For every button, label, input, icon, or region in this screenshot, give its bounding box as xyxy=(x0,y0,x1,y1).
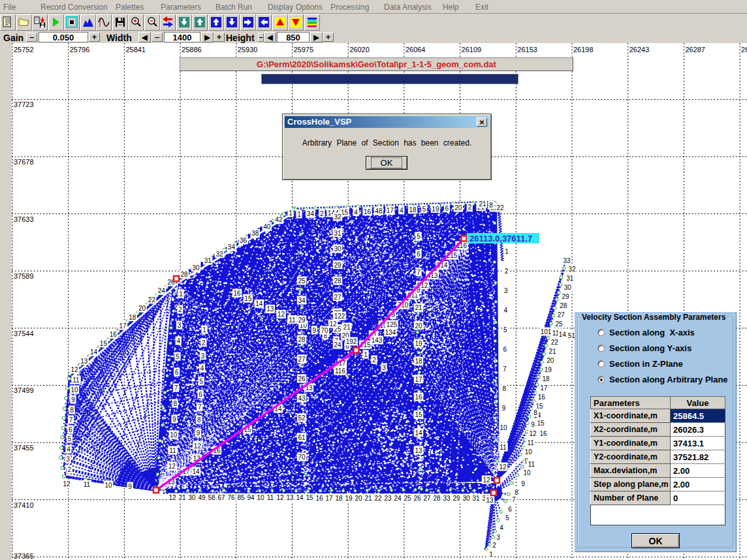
svg-text:17: 17 xyxy=(387,207,394,214)
svg-text:11: 11 xyxy=(528,439,535,446)
svg-text:3: 3 xyxy=(382,364,386,371)
svg-text:21: 21 xyxy=(479,200,486,208)
svg-text:16: 16 xyxy=(315,495,323,502)
svg-text:6: 6 xyxy=(417,251,421,258)
svg-text:7: 7 xyxy=(503,366,507,373)
svg-text:24: 24 xyxy=(394,495,402,502)
svg-text:7: 7 xyxy=(69,416,73,424)
svg-text:16: 16 xyxy=(539,430,547,437)
svg-text:5: 5 xyxy=(68,435,72,443)
svg-text:1: 1 xyxy=(364,351,368,358)
svg-text:18: 18 xyxy=(335,495,343,502)
svg-text:30: 30 xyxy=(188,494,196,501)
svg-text:11: 11 xyxy=(528,461,535,468)
svg-text:21: 21 xyxy=(178,494,186,501)
svg-text:48: 48 xyxy=(375,208,383,215)
svg-text:52: 52 xyxy=(298,414,306,422)
svg-text:6: 6 xyxy=(199,391,202,398)
svg-text:31: 31 xyxy=(472,495,480,502)
svg-text:16: 16 xyxy=(364,208,372,215)
svg-text:1: 1 xyxy=(489,551,493,558)
svg-text:17: 17 xyxy=(540,384,548,392)
svg-text:134: 134 xyxy=(385,329,396,336)
svg-text:36: 36 xyxy=(240,237,247,244)
svg-text:4: 4 xyxy=(67,446,71,453)
svg-text:28: 28 xyxy=(433,495,441,502)
svg-text:17: 17 xyxy=(325,495,333,502)
svg-text:31: 31 xyxy=(566,275,574,282)
svg-text:125: 125 xyxy=(387,321,398,328)
svg-text:3: 3 xyxy=(504,287,508,294)
svg-text:10: 10 xyxy=(71,386,78,394)
svg-text:31: 31 xyxy=(204,257,212,264)
svg-text:10: 10 xyxy=(523,469,531,476)
svg-text:22: 22 xyxy=(551,339,559,346)
svg-text:4: 4 xyxy=(354,209,358,216)
svg-text:1: 1 xyxy=(289,210,293,217)
svg-text:5: 5 xyxy=(176,353,180,360)
svg-text:12: 12 xyxy=(276,494,284,501)
svg-text:9: 9 xyxy=(197,429,200,437)
svg-text:7: 7 xyxy=(174,384,178,392)
svg-text:13: 13 xyxy=(486,497,494,504)
svg-text:33: 33 xyxy=(443,495,451,502)
svg-text:18: 18 xyxy=(409,206,417,213)
svg-text:18: 18 xyxy=(415,358,422,365)
svg-text:21: 21 xyxy=(415,304,422,311)
svg-text:29: 29 xyxy=(453,495,460,502)
svg-text:26: 26 xyxy=(298,375,306,382)
svg-text:14: 14 xyxy=(192,468,200,475)
svg-text:32: 32 xyxy=(334,213,342,221)
svg-text:2: 2 xyxy=(468,204,471,211)
svg-text:43: 43 xyxy=(298,395,306,402)
svg-text:16: 16 xyxy=(110,331,118,338)
svg-text:4: 4 xyxy=(200,365,204,372)
svg-text:19: 19 xyxy=(545,366,552,373)
svg-text:2: 2 xyxy=(320,210,324,217)
svg-text:32: 32 xyxy=(216,251,224,258)
svg-text:9: 9 xyxy=(521,480,525,488)
svg-text:20: 20 xyxy=(454,204,462,211)
svg-text:22: 22 xyxy=(374,495,382,502)
svg-text:12: 12 xyxy=(194,443,202,450)
svg-text:32: 32 xyxy=(568,266,576,273)
svg-text:6: 6 xyxy=(175,369,179,376)
svg-text:34: 34 xyxy=(228,243,236,251)
svg-text:9: 9 xyxy=(502,405,506,412)
svg-text:18: 18 xyxy=(129,314,136,321)
svg-text:30: 30 xyxy=(334,245,342,253)
svg-text:122: 122 xyxy=(334,313,345,320)
svg-text:8: 8 xyxy=(533,409,537,416)
svg-text:1: 1 xyxy=(297,211,301,218)
svg-text:16: 16 xyxy=(538,394,546,401)
svg-text:29: 29 xyxy=(562,293,569,300)
svg-text:20: 20 xyxy=(355,495,362,502)
svg-text:67: 67 xyxy=(217,494,225,501)
svg-text:28: 28 xyxy=(560,302,567,309)
svg-text:26243: 26243 xyxy=(629,46,650,54)
svg-text:14: 14 xyxy=(255,300,263,307)
svg-text:37723: 37723 xyxy=(14,101,34,108)
svg-text:27: 27 xyxy=(298,356,306,363)
svg-text:11: 11 xyxy=(84,481,91,488)
svg-text:2: 2 xyxy=(68,466,72,473)
svg-text:27: 27 xyxy=(423,495,431,502)
svg-text:9: 9 xyxy=(71,396,75,403)
svg-text:26020: 26020 xyxy=(349,46,370,54)
svg-text:12: 12 xyxy=(499,463,507,471)
svg-text:13: 13 xyxy=(286,494,294,501)
svg-text:2: 2 xyxy=(178,306,182,313)
svg-text:10: 10 xyxy=(500,424,508,431)
svg-text:12: 12 xyxy=(168,463,176,470)
svg-text:4: 4 xyxy=(400,207,404,214)
svg-text:20: 20 xyxy=(138,305,146,312)
svg-text:12: 12 xyxy=(483,476,490,484)
svg-text:9: 9 xyxy=(531,421,535,428)
svg-text:10: 10 xyxy=(257,494,264,501)
svg-text:4: 4 xyxy=(504,307,508,314)
svg-text:25886: 25886 xyxy=(182,46,202,54)
svg-text:38: 38 xyxy=(251,230,259,237)
svg-text:14: 14 xyxy=(415,429,422,437)
svg-text:26198: 26198 xyxy=(573,46,594,54)
svg-text:27: 27 xyxy=(334,294,342,301)
